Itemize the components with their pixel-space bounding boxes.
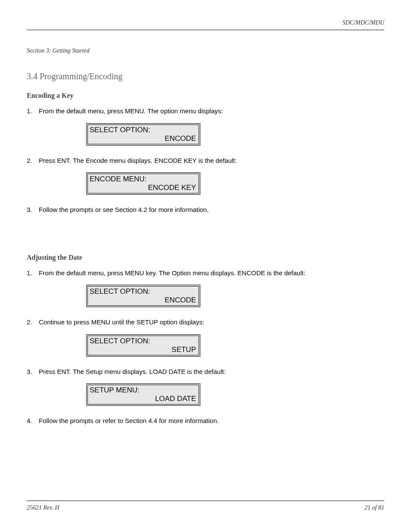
- step: 1. From the default menu, press MENU. Th…: [27, 106, 384, 116]
- lcd-line1: ENCODE MENU:: [90, 175, 196, 184]
- lcd-line2: SETUP: [90, 345, 196, 354]
- step-number: 1.: [27, 106, 39, 116]
- step: 2. Press ENT. The Encode menu displays. …: [27, 156, 384, 166]
- lcd-panel: SETUP MENU: LOAD DATE: [86, 383, 200, 406]
- lcd-line2: ENCODE: [90, 296, 196, 305]
- step: 2. Continue to press MENU until the SETU…: [27, 317, 384, 327]
- lcd-line2: ENCODE: [90, 134, 196, 143]
- encoding-title: Encoding a Key: [27, 92, 384, 100]
- header-product: SDC/MDC/MDU: [27, 19, 384, 26]
- step: 3. Follow the prompts or see Section 4.2…: [27, 205, 384, 215]
- lcd-line1: SELECT OPTION:: [90, 126, 196, 134]
- lcd-line1: SETUP MENU:: [90, 386, 196, 395]
- lcd-panel: SELECT OPTION: ENCODE: [86, 123, 200, 146]
- step-number: 1.: [27, 268, 39, 278]
- step-text: Follow the prompts or refer to Section 4…: [39, 416, 384, 426]
- step-number: 3.: [27, 367, 39, 377]
- step-text: Press ENT. The Setup menu displays. LOAD…: [39, 367, 384, 377]
- lcd-line1: SELECT OPTION:: [90, 337, 196, 345]
- lcd-line1: SELECT OPTION:: [90, 287, 196, 296]
- lcd-panel: SELECT OPTION: SETUP: [86, 334, 200, 357]
- footer-page-number: 21 of 81: [364, 504, 384, 511]
- header-divider: [27, 30, 384, 30]
- step-number: 4.: [27, 416, 39, 426]
- section-title: 3.4 Programming/Encoding: [27, 72, 384, 81]
- encoding-section: Encoding a Key 1. From the default menu,…: [27, 92, 384, 215]
- step: 1. From the default menu, press MENU key…: [27, 268, 384, 278]
- step-text: From the default menu, press MENU key. T…: [39, 268, 384, 278]
- header-section: Section 3: Getting Started: [27, 47, 384, 54]
- step: 3. Press ENT. The Setup menu displays. L…: [27, 367, 384, 377]
- lcd-line2: ENCODE KEY: [90, 184, 196, 192]
- lcd-panel: ENCODE MENU: ENCODE KEY: [86, 172, 200, 195]
- step-text: Press ENT. The Encode menu displays. ENC…: [39, 156, 384, 166]
- date-section: Adjusting the Date 1. From the default m…: [27, 254, 384, 426]
- step-text: From the default menu, press MENU. The o…: [39, 106, 384, 116]
- step: 4. Follow the prompts or refer to Sectio…: [27, 416, 384, 426]
- step-text: Continue to press MENU until the SETUP o…: [39, 317, 384, 327]
- step-text: Follow the prompts or see Section 4.2 fo…: [39, 205, 384, 215]
- lcd-panel: SELECT OPTION: ENCODE: [86, 285, 200, 307]
- footer-divider: [27, 501, 384, 501]
- step-number: 2.: [27, 317, 39, 327]
- date-title: Adjusting the Date: [27, 254, 384, 261]
- step-number: 2.: [27, 156, 39, 166]
- page-footer: 25621 Rev. H 21 of 81: [27, 501, 384, 511]
- lcd-line2: LOAD DATE: [90, 395, 196, 403]
- footer-revision: 25621 Rev. H: [27, 504, 59, 511]
- step-number: 3.: [27, 205, 39, 215]
